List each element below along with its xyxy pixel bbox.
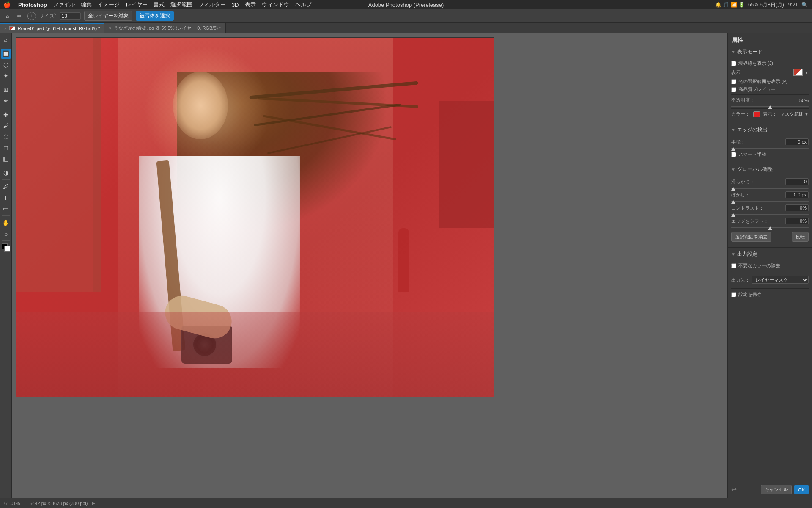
decontaminate-label: 不要なカラーの除去 <box>738 262 780 269</box>
brush-tool[interactable]: 🖌 <box>1 121 11 131</box>
menu-window[interactable]: ウィンドウ <box>262 1 289 8</box>
shape-tool[interactable]: ▭ <box>1 204 11 214</box>
section-divider-1 <box>728 123 812 123</box>
mask-chevron[interactable]: ▼ <box>804 112 809 116</box>
feather-input[interactable] <box>785 191 809 198</box>
radius-input[interactable] <box>785 138 809 145</box>
heal-tool[interactable]: ✚ <box>1 110 11 120</box>
tab-rome[interactable]: × Rome01.psd @ 61% (tourist, RGB/8#) * <box>0 23 104 33</box>
search-icon[interactable]: 🔍 <box>801 2 808 8</box>
brush-tool-button[interactable]: ✏ <box>15 12 24 20</box>
crop-tool[interactable]: ⊞ <box>1 85 11 95</box>
select-subject-button[interactable]: 被写体を選択 <box>136 11 174 21</box>
text-tool[interactable]: T <box>1 193 11 203</box>
app-name[interactable]: Photoshop <box>18 2 47 8</box>
quality-checkbox[interactable] <box>731 87 736 92</box>
radius-slider-track[interactable] <box>731 148 809 149</box>
menu-right-info: 🔔 🎵 📶 🔋 65% 6月8日(月) 19:21 🔍 <box>715 1 808 8</box>
selection-tool[interactable]: 🔲 <box>1 49 11 59</box>
refine-mode-button[interactable]: + <box>27 12 36 20</box>
tab-label-unagi: うなぎ屋の看板.jpg @ 59.5% (レイヤー 0, RGB/8) * <box>114 25 221 31</box>
feather-slider-track[interactable] <box>731 201 809 202</box>
contrast-slider-thumb[interactable] <box>731 213 735 217</box>
tab-close-rome[interactable]: × <box>4 26 7 31</box>
light-checkbox[interactable] <box>731 79 736 84</box>
eyedropper-tool[interactable]: ✒ <box>1 96 11 106</box>
decontaminate-checkbox[interactable] <box>731 263 736 268</box>
border-checkbox[interactable] <box>731 61 736 66</box>
radius-row: 半径： <box>731 137 809 146</box>
menu-3d[interactable]: 3D <box>232 2 239 8</box>
menu-help[interactable]: ヘルプ <box>295 1 312 8</box>
feather-slider-thumb[interactable] <box>731 200 735 204</box>
stamp-tool[interactable]: ⬡ <box>1 132 11 142</box>
gradient-tool[interactable]: ▥ <box>1 154 11 164</box>
smooth-slider-track[interactable] <box>731 188 809 189</box>
opacity-slider-track[interactable] <box>731 106 809 107</box>
feather-label: ぼかし： <box>731 192 750 198</box>
global-content: 滑らかに： ぼかし： コントラスト： <box>728 175 812 246</box>
chevron-preview[interactable]: ▼ <box>804 70 809 75</box>
tab-close-unagi[interactable]: × <box>109 26 111 30</box>
panel-title: 属性 <box>728 33 812 46</box>
photo-canvas <box>16 37 494 397</box>
pen-tool[interactable]: 🖊 <box>1 182 11 192</box>
contrast-slider-track[interactable] <box>731 214 809 215</box>
document-dimensions: 5442 px × 3628 px (300 ppi) <box>30 501 88 506</box>
zoom-tool[interactable]: ⌕ <box>1 229 11 239</box>
tool-divider-4 <box>2 166 10 166</box>
home-button[interactable]: ⌂ <box>3 12 11 20</box>
smart-radius-checkbox[interactable] <box>731 152 736 157</box>
edge-section-header[interactable]: ▼ エッジの検出 <box>728 124 812 135</box>
output-arrow: ▼ <box>731 252 735 257</box>
menu-select[interactable]: 選択範囲 <box>170 1 192 8</box>
global-section-label: グローバル調整 <box>737 166 773 173</box>
all-layers-button[interactable]: 全レイヤーを対象 <box>84 11 132 21</box>
radius-slider-thumb[interactable] <box>731 147 735 151</box>
clear-selection-button[interactable]: 選択範囲を消去 <box>731 232 771 242</box>
menu-image[interactable]: イメージ <box>98 1 120 8</box>
shift-slider-thumb[interactable] <box>768 226 772 230</box>
color-swatch[interactable] <box>753 111 760 117</box>
size-input[interactable] <box>60 12 81 20</box>
menu-layer[interactable]: レイヤー <box>126 1 148 8</box>
foreground-bg-colors[interactable] <box>1 243 11 253</box>
output-select[interactable]: レイヤーマスク 選択範囲 新規レイヤー <box>752 276 809 284</box>
smooth-row: 滑らかに： <box>731 177 809 186</box>
eraser-tool[interactable]: ◻ <box>1 143 11 153</box>
border-checkbox-label: 境界線を表示 (J) <box>738 60 773 66</box>
cancel-button[interactable]: キャンセル <box>761 485 792 494</box>
opacity-label: 不透明度： <box>731 97 754 103</box>
opacity-slider-thumb[interactable] <box>768 105 772 109</box>
menu-file[interactable]: ファイル <box>53 1 75 8</box>
contrast-input[interactable] <box>785 204 809 211</box>
menu-bar: 🍎 Photoshop ファイル 編集 イメージ レイヤー 書式 選択範囲 フィ… <box>0 0 812 9</box>
apple-menu[interactable]: 🍎 <box>3 1 11 8</box>
hand-tool[interactable]: ✋ <box>1 218 11 228</box>
save-preset-checkbox[interactable] <box>731 292 736 297</box>
display-mode-section[interactable]: ▼ 表示モード <box>728 46 812 58</box>
magic-wand-tool[interactable]: ✦ <box>1 71 11 81</box>
tab-unagi[interactable]: × うなぎ屋の看板.jpg @ 59.5% (レイヤー 0, RGB/8) * <box>104 23 225 33</box>
ok-button[interactable]: OK <box>794 485 809 494</box>
canvas-area[interactable] <box>12 33 727 498</box>
output-section-header[interactable]: ▼ 出力設定 <box>728 248 812 260</box>
menu-edit[interactable]: 編集 <box>81 1 92 8</box>
shift-input[interactable] <box>785 218 809 224</box>
smooth-slider-thumb[interactable] <box>731 187 735 190</box>
tab-label-rome: Rome01.psd @ 61% (tourist, RGB/8#) * <box>18 26 100 31</box>
invert-button[interactable]: 反転 <box>792 232 809 242</box>
smooth-input[interactable] <box>785 178 809 185</box>
amount-slider-track <box>731 271 809 272</box>
undo-icon[interactable]: ↩ <box>731 486 737 494</box>
home-tool[interactable]: ⌂ <box>1 35 11 45</box>
lasso-tool[interactable]: ◌ <box>1 60 11 70</box>
menu-view[interactable]: 表示 <box>245 1 256 8</box>
global-section-header[interactable]: ▼ グローバル調整 <box>728 164 812 175</box>
color-row: カラー： 表示： マスク範囲 ▼ <box>731 110 809 119</box>
menu-filter[interactable]: フィルター <box>198 1 226 8</box>
dodge-tool[interactable]: ◑ <box>1 168 11 178</box>
shift-slider-track[interactable] <box>731 227 809 228</box>
status-arrow[interactable]: ▶ <box>92 501 95 505</box>
menu-type[interactable]: 書式 <box>154 1 165 8</box>
